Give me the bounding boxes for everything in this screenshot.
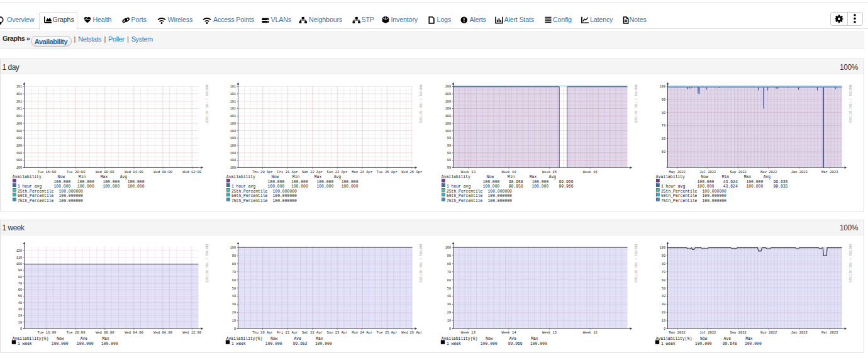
svg-text:60: 60 <box>447 279 451 283</box>
svg-text:100.000: 100.000 <box>530 342 547 346</box>
svg-text:100.000: 100.000 <box>268 184 285 189</box>
svg-text:100.000: 100.000 <box>697 184 714 189</box>
svg-text:100.000000: 100.000000 <box>59 199 84 203</box>
svg-text:80: 80 <box>232 262 236 266</box>
svg-text:40: 40 <box>232 295 236 298</box>
svg-text:100.000: 100.000 <box>694 342 711 346</box>
svg-text:Ave: Ave <box>294 337 302 341</box>
svg-text:100: 100 <box>230 130 236 133</box>
svg-text:90: 90 <box>18 269 22 273</box>
svg-text:100.000: 100.000 <box>315 342 332 346</box>
svg-text:25th_Percentile: 25th_Percentile <box>231 189 268 194</box>
svg-text:Avg: Avg <box>120 175 128 179</box>
svg-text:Now: Now <box>58 175 65 179</box>
svg-text:0: 0 <box>234 327 236 331</box>
svg-text:101: 101 <box>230 107 236 111</box>
svg-text:75th_Percentile: 75th_Percentile <box>18 199 54 203</box>
svg-text:Week 16: Week 16 <box>583 330 598 335</box>
svg-text:30: 30 <box>661 303 665 307</box>
svg-text:101: 101 <box>16 85 22 89</box>
svg-text:100.000000: 100.000000 <box>702 199 726 203</box>
svg-text:RRDTOOL / TOBI OETIKER: RRDTOOL / TOBI OETIKER <box>849 84 852 123</box>
svg-text:99.635: 99.635 <box>773 184 787 189</box>
svg-text:Wed 26 Apr: Wed 26 Apr <box>401 330 422 335</box>
svg-text:Wed 08:00: Wed 08:00 <box>153 330 172 335</box>
svg-text:100.000000: 100.000000 <box>488 199 513 203</box>
svg-text:30: 30 <box>447 303 451 307</box>
svg-text:100.000: 100.000 <box>265 342 282 346</box>
svg-text:99: 99 <box>447 152 451 155</box>
svg-text:Sat 22 Apr: Sat 22 Apr <box>302 330 323 335</box>
svg-text:Ave: Ave <box>81 337 88 341</box>
svg-text:120: 120 <box>16 249 22 253</box>
svg-text:Tue 25 Apr: Tue 25 Apr <box>377 170 398 174</box>
svg-text:0: 0 <box>449 327 451 331</box>
svg-text:60: 60 <box>661 137 665 141</box>
svg-text:43.624: 43.624 <box>723 180 737 184</box>
svg-text:100.000: 100.000 <box>128 180 145 184</box>
svg-text:20: 20 <box>447 311 451 315</box>
svg-text:100: 100 <box>16 144 22 148</box>
svg-text:Sat 22 Apr: Sat 22 Apr <box>302 170 323 174</box>
svg-text:100.000: 100.000 <box>103 180 120 184</box>
svg-text:100.000: 100.000 <box>268 180 285 184</box>
svg-text:40: 40 <box>661 295 665 298</box>
svg-text:99.966: 99.966 <box>559 180 573 184</box>
svg-text:10: 10 <box>232 319 236 323</box>
svg-text:Week 15: Week 15 <box>542 170 557 174</box>
svg-text:100.000: 100.000 <box>342 184 359 189</box>
svg-text:Ave: Ave <box>509 337 517 341</box>
svg-text:80: 80 <box>661 111 665 115</box>
svg-text:100.000: 100.000 <box>483 180 500 184</box>
svg-text:Availability: Availability <box>13 175 42 179</box>
svg-text:50: 50 <box>661 150 665 154</box>
svg-text:Wed 26 Apr: Wed 26 Apr <box>401 170 422 174</box>
svg-text:100.000000: 100.000000 <box>59 194 84 198</box>
svg-text:Thu 20 Apr: Thu 20 Apr <box>252 170 273 174</box>
svg-text:100.000000: 100.000000 <box>488 194 513 198</box>
svg-text:Max: Max <box>530 175 537 179</box>
svg-text:50: 50 <box>18 295 22 298</box>
svg-text:90: 90 <box>232 254 236 258</box>
svg-text:80: 80 <box>447 262 451 266</box>
svg-text:Sun 23 Apr: Sun 23 Apr <box>327 170 348 174</box>
svg-text:Week 14: Week 14 <box>501 170 516 174</box>
svg-text:100.000: 100.000 <box>77 184 94 189</box>
svg-text:Wed 12:00: Wed 12:00 <box>183 170 202 174</box>
svg-text:RRDTOOL / TOBI OETIKER: RRDTOOL / TOBI OETIKER <box>849 244 852 283</box>
svg-text:Availability: Availability <box>226 175 255 179</box>
svg-text:Avg: Avg <box>334 175 342 179</box>
svg-text:Max: Max <box>316 337 323 341</box>
svg-text:99.635: 99.635 <box>773 180 787 184</box>
svg-text:99: 99 <box>447 144 451 148</box>
svg-text:110: 110 <box>16 256 22 260</box>
svg-text:Now: Now <box>57 337 64 341</box>
svg-text:101: 101 <box>16 93 22 96</box>
svg-text:100: 100 <box>230 166 236 170</box>
svg-text:10: 10 <box>18 321 22 325</box>
svg-text:100.000: 100.000 <box>54 184 71 189</box>
svg-text:Tue 16:00: Tue 16:00 <box>38 170 57 174</box>
svg-text:100.000000: 100.000000 <box>488 189 513 194</box>
svg-text:100: 100 <box>230 246 236 250</box>
svg-text:1 week: 1 week <box>447 342 461 346</box>
svg-text:Max: Max <box>531 337 538 341</box>
svg-text:100: 100 <box>16 122 22 126</box>
svg-text:RRDTOOL / TOBI OETIKER: RRDTOOL / TOBI OETIKER <box>205 244 208 283</box>
svg-text:Tue 20:00: Tue 20:00 <box>67 330 86 335</box>
svg-text:Sep 2022: Sep 2022 <box>730 170 746 174</box>
svg-text:100: 100 <box>445 100 451 104</box>
svg-text:Tue 20:00: Tue 20:00 <box>67 170 86 174</box>
svg-text:Week 13: Week 13 <box>461 170 476 174</box>
svg-text:100.000: 100.000 <box>744 342 761 346</box>
svg-text:99.966: 99.966 <box>508 342 523 346</box>
svg-text:Max: Max <box>314 175 322 179</box>
svg-text:Avg: Avg <box>549 175 557 179</box>
svg-text:75th_Percentile: 75th_Percentile <box>231 199 268 203</box>
svg-text:99: 99 <box>447 166 451 170</box>
svg-text:30: 30 <box>232 303 236 307</box>
svg-text:Week 14: Week 14 <box>501 330 516 335</box>
svg-text:100.000: 100.000 <box>531 180 548 184</box>
svg-text:Min: Min <box>79 175 86 179</box>
svg-text:Sep 2022: Sep 2022 <box>730 330 746 335</box>
